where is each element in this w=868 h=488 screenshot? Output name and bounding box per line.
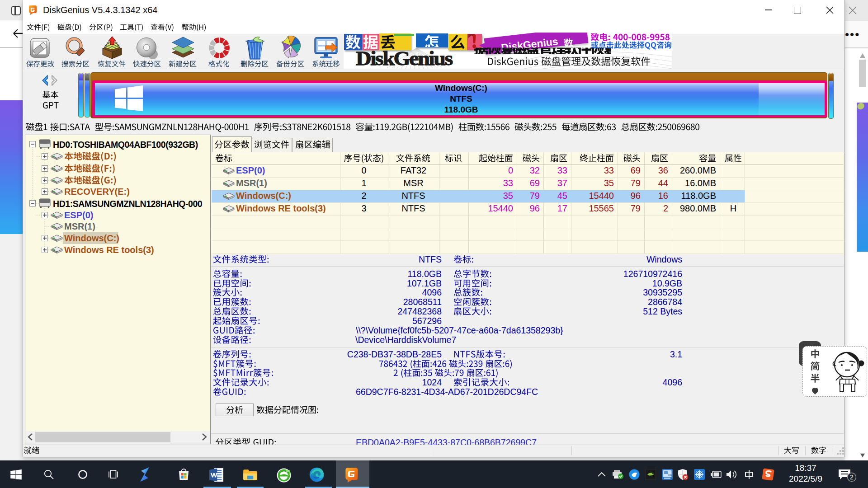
svg-text:intel: intel xyxy=(668,474,673,476)
svg-text:2: 2 xyxy=(850,474,854,481)
